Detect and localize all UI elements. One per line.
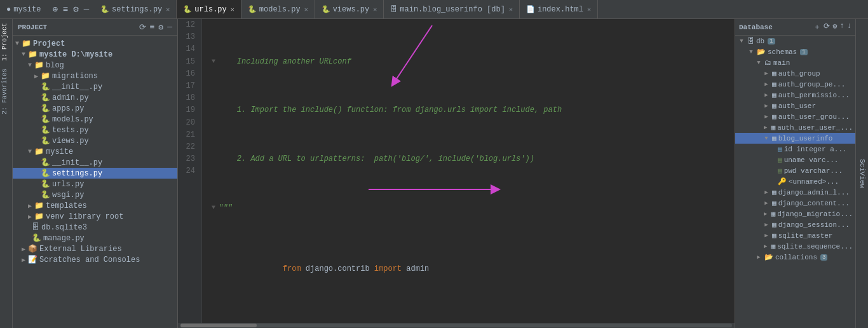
tree-item-wsgi-py[interactable]: 🐍 wsgi.py [13, 189, 177, 200]
db-collations-badge: 3 [820, 254, 827, 261]
db-item-collations[interactable]: ▶ 📂 collations 3 [735, 252, 855, 263]
tree-item-project-root[interactable]: ▼ 📁 Project [13, 38, 177, 49]
tree-item-blog[interactable]: ▼ 📁 blog [13, 60, 177, 71]
db-item-auth-user[interactable]: ▶ ▦ auth_user [735, 100, 855, 111]
db-item-sqlite-master[interactable]: ▶ ▦ sqlite_master [735, 230, 855, 241]
toolbar-btn-minimize[interactable]: — [83, 4, 90, 15]
sidebar-right: Database ＋ ⟳ ⚙ ↑ ↓ ▼ 🗄 db 1 ▼ 📂 schemas [735, 19, 855, 328]
db-item-django-session[interactable]: ▶ ▦ django_session... [735, 219, 855, 230]
py-icon-3: 🐍 [248, 5, 257, 13]
col-int-icon: ▤ [778, 145, 782, 153]
db-django-session-label: django_session... [778, 221, 850, 229]
app-icon: ● [6, 5, 11, 14]
tree-item-external-libs[interactable]: ▶ 📦 External Libraries [13, 243, 177, 254]
tree-item-views-py[interactable]: 🐍 views.py [13, 135, 177, 146]
tree-item-mysite-folder[interactable]: ▼ 📁 mysite [13, 146, 177, 157]
tree-item-migrations[interactable]: ▶ 📁 migrations [13, 71, 177, 81]
db-id-label: id integer a... [784, 146, 847, 153]
right-edge-label[interactable]: SciView [855, 19, 868, 328]
db-item-auth-permissio[interactable]: ▶ ▦ auth_permissio... [735, 90, 855, 100]
tab-views[interactable]: 🐍 views.py ✕ [315, 0, 384, 18]
db-item-main[interactable]: ▼ 🗂 main [735, 57, 855, 68]
col-str-icon-1: ▤ [778, 156, 782, 164]
db-item-unnamed-col[interactable]: 🔑 <unnamed>... [735, 176, 855, 187]
tab-html[interactable]: 📄 index.html ✕ [520, 0, 598, 18]
db-item-pwd-col[interactable]: ▤ pwd varchar... [735, 165, 855, 176]
tree-item-settings-py[interactable]: 🐍 settings.py [13, 168, 177, 179]
db-item-django-content[interactable]: ▶ ▦ django_content... [735, 198, 855, 208]
col-str-icon-2: ▤ [778, 167, 782, 175]
tree-item-init-blog[interactable]: 🐍 __init__.py [13, 81, 177, 92]
db-item-id-col[interactable]: ▤ id integer a... [735, 144, 855, 154]
toolbar-btn-settings[interactable]: ⚙ [72, 4, 79, 15]
editor-content[interactable]: 12 13 14 15 16 17 18 19 20 21 22 23 24 [178, 19, 735, 323]
tree-item-tests-py[interactable]: 🐍 tests.py [13, 125, 177, 135]
tab-close-urls[interactable]: ✕ [231, 6, 234, 13]
code-text-16: from django.contrib import admin [219, 251, 735, 288]
tab-close-html[interactable]: ✕ [587, 6, 591, 13]
db-item-db[interactable]: ▼ 🗄 db 1 [735, 36, 855, 46]
db-item-auth-user-user[interactable]: ▶ ▦ auth_user_user_... [735, 122, 855, 133]
db-refresh-icon[interactable]: ⟳ [824, 22, 830, 32]
tree-item-models-py[interactable]: 🐍 models.py [13, 114, 177, 125]
tab-models[interactable]: 🐍 models.py ✕ [241, 0, 315, 18]
db-collations-label: collations [775, 254, 817, 261]
tree-item-venv[interactable]: ▶ 📁 venv library root [13, 211, 177, 222]
tab-urls[interactable]: 🐍 urls.py ✕ [177, 0, 241, 18]
db-item-uname-col[interactable]: ▤ uname varc... [735, 154, 855, 165]
tab-close-db[interactable]: ✕ [509, 6, 513, 13]
gear-icon[interactable]: ⚙ [158, 22, 163, 32]
tree-item-manage-py[interactable]: 🐍 manage.py [13, 233, 177, 243]
db-item-schemas[interactable]: ▼ 📂 schemas 1 [735, 46, 855, 57]
db-item-auth-user-grou[interactable]: ▶ ▦ auth_user_grou... [735, 111, 855, 122]
tree-item-urls-py[interactable]: 🐍 urls.py [13, 179, 177, 189]
db-item-blog-userinfo[interactable]: ▼ ▦ blog_userinfo [735, 133, 855, 144]
tree-item-apps-py[interactable]: 🐍 apps.py [13, 103, 177, 114]
fold-15[interactable]: ▼ [208, 203, 219, 213]
code-container: 12 13 14 15 16 17 18 19 20 21 22 23 24 [178, 19, 735, 323]
tab-db[interactable]: 🗄 main.blog_userinfo [db] ✕ [384, 0, 520, 18]
edge-label-favorites[interactable]: 2: Favorites [0, 65, 12, 118]
main-layout: 1: Project 2: Favorites Project ⟳ ≡ ⚙ — … [0, 19, 868, 328]
db-down-icon[interactable]: ↓ [847, 22, 851, 32]
db-item-django-migratio[interactable]: ▶ ▦ django_migratio... [735, 208, 855, 219]
collapse-icon[interactable]: ≡ [150, 22, 155, 32]
tab-close-settings[interactable]: ✕ [166, 6, 170, 13]
tree-item-init-mysite[interactable]: 🐍 __init__.py [13, 157, 177, 168]
tree-item-scratches[interactable]: ▶ 📝 Scratches and Consoles [13, 254, 177, 265]
tab-close-views[interactable]: ✕ [373, 6, 377, 13]
edge-label-project[interactable]: 1: Project [0, 19, 12, 65]
tree-item-mysite-root[interactable]: ▼ 📁 mysite D:\mysite [13, 49, 177, 60]
hide-icon[interactable]: — [167, 22, 172, 32]
col-key-icon: 🔑 [778, 177, 787, 186]
scrollbar-track[interactable] [180, 324, 732, 327]
toolbar-btn-synced[interactable]: ⊕ [51, 4, 58, 15]
db-item-auth-group-pe[interactable]: ▶ ▦ auth_group_pe... [735, 79, 855, 90]
db-blog-userinfo-label: blog_userinfo [778, 135, 833, 142]
db-item-django-admin[interactable]: ▶ ▦ django_admin_l... [735, 187, 855, 198]
sidebar-icons: ⟳ ≡ ⚙ — [139, 22, 172, 32]
tab-settings[interactable]: 🐍 settings.py ✕ [94, 0, 177, 18]
tree-item-templates[interactable]: ▶ 📁 templates [13, 200, 177, 211]
tab-bar: 🐍 settings.py ✕ 🐍 urls.py ✕ 🐍 models.py … [94, 0, 868, 18]
scrollbar-thumb[interactable] [180, 324, 257, 327]
tab-close-models[interactable]: ✕ [304, 6, 308, 13]
db-up-icon[interactable]: ↑ [840, 22, 844, 32]
db-auth-group-pe-label: auth_group_pe... [778, 81, 846, 88]
db-item-auth-group[interactable]: ▶ ▦ auth_group [735, 68, 855, 79]
db-django-content-label: django_content... [778, 200, 850, 207]
db-settings-icon[interactable]: ⚙ [832, 22, 837, 32]
editor-scrollbar[interactable] [178, 323, 735, 328]
db-content: ▼ 🗄 db 1 ▼ 📂 schemas 1 ▼ 🗂 main ▶ [735, 36, 855, 328]
toolbar-btn-layout[interactable]: ≡ [62, 4, 69, 15]
sidebar-left: Project ⟳ ≡ ⚙ — ▼ 📁 Project ▼ 📁 mysite D… [13, 19, 178, 328]
fold-12[interactable]: ▼ [208, 57, 219, 67]
tree-item-admin-py[interactable]: 🐍 admin.py [13, 92, 177, 103]
db-item-sqlite-sequence[interactable]: ▶ ▦ sqlite_sequence... [735, 241, 855, 252]
py-icon-2: 🐍 [183, 5, 192, 13]
db-title: Database [739, 24, 773, 31]
tree-item-db-sqlite[interactable]: 🗄 db.sqlite3 [13, 222, 177, 233]
sync-icon[interactable]: ⟳ [139, 22, 146, 32]
db-add-icon[interactable]: ＋ [813, 22, 821, 32]
db-auth-permissio-label: auth_permissio... [778, 92, 850, 99]
